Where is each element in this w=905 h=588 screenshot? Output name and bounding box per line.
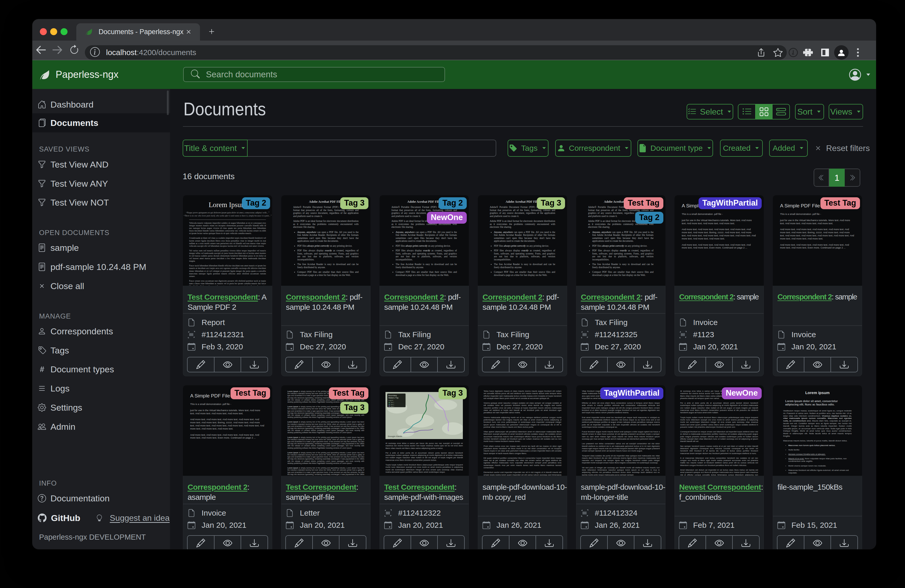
svg-text:Google Earth: Google Earth xyxy=(388,435,402,437)
svg-text:Day 3: Day 3 xyxy=(391,406,394,407)
svg-text:Boundary: Boundary xyxy=(388,395,397,397)
svg-text:Day 1: Day 1 xyxy=(391,402,394,403)
svg-text:Legend: Legend xyxy=(388,400,393,401)
svg-text:Waters Trip: Waters Trip xyxy=(388,397,399,399)
svg-text:Day 2: Day 2 xyxy=(391,404,394,405)
